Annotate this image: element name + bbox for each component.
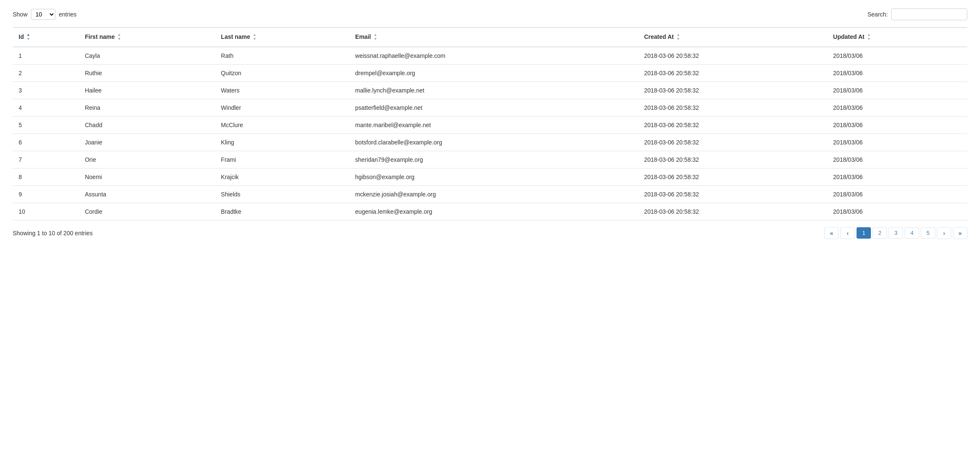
cell-last_name: Rath [215,47,349,65]
cell-id: 2 [13,64,79,82]
sort-icon-id: ▲▼ [26,33,30,41]
cell-created_at: 2018-03-06 20:58:32 [638,185,827,203]
sort-down-created_at: ▼ [676,37,680,41]
search-input[interactable] [891,8,967,20]
pagination-next[interactable]: › [937,227,951,239]
sort-icon-updated_at: ▲▼ [867,33,871,41]
pagination-page-3[interactable]: 3 [889,227,903,239]
cell-last_name: Bradtke [215,203,349,220]
table-row: 8NoemiKrajcikhgibson@example.org2018-03-… [13,168,967,185]
cell-last_name: Waters [215,82,349,99]
search-label: Search: [868,11,888,18]
col-header-last_name[interactable]: Last name▲▼ [215,27,349,47]
cell-first_name: Noemi [79,168,215,185]
cell-id: 1 [13,47,79,65]
table-row: 6JoanieKlingbotsford.clarabelle@example.… [13,133,967,151]
pagination-page-1[interactable]: 1 [857,227,871,239]
cell-last_name: Frami [215,151,349,168]
cell-email: mante.maribel@example.net [349,116,638,133]
col-header-created_at[interactable]: Created At▲▼ [638,27,827,47]
cell-email: hgibson@example.org [349,168,638,185]
table-row: 5ChaddMcCluremante.maribel@example.net20… [13,116,967,133]
cell-created_at: 2018-03-06 20:58:32 [638,47,827,65]
cell-first_name: Orie [79,151,215,168]
table-row: 2RuthieQuitzondrempel@example.org2018-03… [13,64,967,82]
cell-id: 4 [13,99,79,116]
cell-updated_at: 2018/03/06 [827,82,967,99]
cell-created_at: 2018-03-06 20:58:32 [638,151,827,168]
table-row: 4ReinaWindlerpsatterfield@example.net201… [13,99,967,116]
cell-updated_at: 2018/03/06 [827,168,967,185]
cell-id: 6 [13,133,79,151]
cell-email: psatterfield@example.net [349,99,638,116]
cell-updated_at: 2018/03/06 [827,151,967,168]
pagination-page-2[interactable]: 2 [873,227,887,239]
cell-created_at: 2018-03-06 20:58:32 [638,133,827,151]
table-body: 1CaylaRathweissnat.raphaelle@example.com… [13,47,967,220]
cell-email: eugenia.lemke@example.org [349,203,638,220]
cell-email: sheridan79@example.org [349,151,638,168]
sort-icon-created_at: ▲▼ [676,33,680,41]
cell-first_name: Assunta [79,185,215,203]
cell-last_name: Windler [215,99,349,116]
pagination-page-5[interactable]: 5 [921,227,935,239]
pagination-last[interactable]: » [953,227,967,239]
sort-icon-email: ▲▼ [373,33,377,41]
cell-email: mckenzie.josiah@example.org [349,185,638,203]
summary-text: Showing 1 to 10 of 200 entries [13,230,93,237]
cell-id: 9 [13,185,79,203]
cell-first_name: Joanie [79,133,215,151]
col-header-updated_at[interactable]: Updated At▲▼ [827,27,967,47]
cell-created_at: 2018-03-06 20:58:32 [638,168,827,185]
cell-first_name: Cordie [79,203,215,220]
pagination-prev[interactable]: ‹ [840,227,855,239]
cell-first_name: Chadd [79,116,215,133]
col-header-id[interactable]: Id▲▼ [13,27,79,47]
table-row: 1CaylaRathweissnat.raphaelle@example.com… [13,47,967,65]
header-row: Id▲▼First name▲▼Last name▲▼Email▲▼Create… [13,27,967,47]
table-row: 7OrieFramisheridan79@example.org2018-03-… [13,151,967,168]
cell-created_at: 2018-03-06 20:58:32 [638,82,827,99]
cell-id: 3 [13,82,79,99]
cell-first_name: Hailee [79,82,215,99]
pagination: «‹12345›» [824,227,967,239]
cell-updated_at: 2018/03/06 [827,203,967,220]
sort-down-updated_at: ▼ [867,37,871,41]
pagination-first[interactable]: « [824,227,839,239]
cell-updated_at: 2018/03/06 [827,185,967,203]
table-row: 10CordieBradtkeeugenia.lemke@example.org… [13,203,967,220]
cell-created_at: 2018-03-06 20:58:32 [638,64,827,82]
sort-down-last_name: ▼ [253,37,257,41]
cell-created_at: 2018-03-06 20:58:32 [638,203,827,220]
cell-email: mallie.lynch@example.net [349,82,638,99]
cell-last_name: Quitzon [215,64,349,82]
data-table: Id▲▼First name▲▼Last name▲▼Email▲▼Create… [13,27,967,220]
entries-select[interactable]: 102550100 [31,9,55,20]
col-header-email[interactable]: Email▲▼ [349,27,638,47]
cell-id: 5 [13,116,79,133]
cell-created_at: 2018-03-06 20:58:32 [638,116,827,133]
cell-created_at: 2018-03-06 20:58:32 [638,99,827,116]
sort-down-id: ▼ [26,37,30,41]
show-label: Show [13,11,27,18]
cell-email: weissnat.raphaelle@example.com [349,47,638,65]
cell-last_name: Shields [215,185,349,203]
col-header-first_name[interactable]: First name▲▼ [79,27,215,47]
search-box: Search: [868,8,967,20]
cell-id: 10 [13,203,79,220]
cell-first_name: Ruthie [79,64,215,82]
sort-down-email: ▼ [373,37,377,41]
cell-id: 7 [13,151,79,168]
table-header: Id▲▼First name▲▼Last name▲▼Email▲▼Create… [13,27,967,47]
cell-last_name: Krajcik [215,168,349,185]
top-controls: Show 102550100 entries Search: [13,8,967,20]
cell-updated_at: 2018/03/06 [827,47,967,65]
sort-icon-first_name: ▲▼ [118,33,121,41]
cell-updated_at: 2018/03/06 [827,99,967,116]
sort-down-first_name: ▼ [118,37,121,41]
cell-email: botsford.clarabelle@example.org [349,133,638,151]
cell-id: 8 [13,168,79,185]
entries-label: entries [59,11,77,18]
cell-updated_at: 2018/03/06 [827,64,967,82]
pagination-page-4[interactable]: 4 [905,227,919,239]
